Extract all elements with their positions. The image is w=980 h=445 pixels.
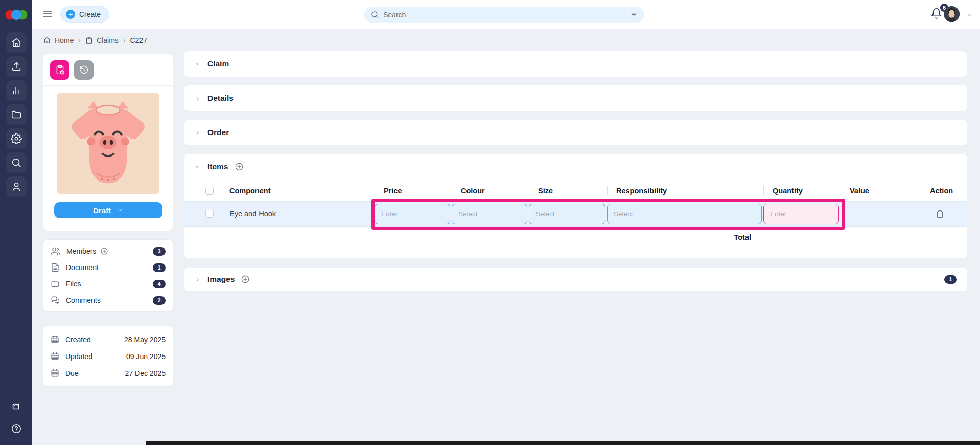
column-header-responsibility: Responsibility	[607, 180, 763, 201]
images-section: Images 1	[184, 268, 967, 291]
add-member-icon[interactable]	[100, 247, 108, 255]
breadcrumb-current: C227	[130, 36, 147, 44]
items-section: Items Component Price Colour Size Respon…	[184, 154, 967, 258]
clipboard-icon	[85, 37, 93, 44]
calendar-icon	[51, 352, 59, 361]
menu-icon[interactable]	[42, 9, 53, 19]
files-label: Files	[66, 280, 81, 288]
items-section-header[interactable]: Items	[184, 154, 967, 180]
details-section-header[interactable]: Details	[184, 85, 967, 111]
search-icon	[370, 10, 379, 19]
chevron-right-icon[interactable]	[194, 129, 201, 136]
add-item-icon[interactable]	[235, 162, 244, 171]
sidebar-item-upload[interactable]	[6, 56, 27, 77]
claim-section: Claim	[184, 51, 967, 77]
images-count-badge: 1	[944, 275, 957, 284]
create-button[interactable]: + Create	[60, 6, 109, 23]
sidebar-item-home[interactable]	[6, 32, 27, 53]
sidebar-item-help[interactable]	[6, 418, 27, 439]
breadcrumb-claims[interactable]: Claims	[85, 36, 119, 44]
order-section-header[interactable]: Order	[184, 120, 967, 145]
responsibility-select[interactable]	[607, 204, 762, 224]
chevron-right-icon[interactable]	[194, 95, 201, 102]
price-input[interactable]	[375, 204, 450, 224]
column-header-size: Size	[529, 180, 607, 201]
colour-select[interactable]	[452, 204, 527, 224]
select-all-checkbox[interactable]	[205, 187, 214, 195]
chevron-right-icon[interactable]	[194, 276, 201, 283]
trash-icon[interactable]	[936, 210, 944, 218]
top-bar: + Create 6	[32, 0, 980, 29]
document-link[interactable]: Document 1	[51, 259, 166, 276]
document-icon	[51, 263, 60, 272]
members-icon	[51, 247, 60, 256]
column-header-action: Action	[921, 180, 967, 201]
sidebar-item-settings[interactable]	[6, 128, 27, 149]
chevron-down-icon[interactable]	[967, 12, 974, 19]
sidebar-item-search[interactable]	[6, 152, 27, 173]
bottom-edge-strip	[146, 441, 980, 445]
column-header-value: Value	[841, 180, 921, 201]
sidebar-item-files[interactable]	[6, 104, 27, 125]
column-header-price: Price	[375, 180, 452, 201]
due-date-row: Due 27 Dec 2025	[51, 365, 166, 382]
size-select[interactable]	[529, 204, 605, 224]
comments-link[interactable]: Comments 2	[51, 292, 166, 308]
updated-value: 09 Jun 2025	[126, 352, 166, 361]
chevron-down-icon[interactable]	[194, 163, 201, 170]
main-area: Home › Claims › C227	[32, 29, 980, 445]
breadcrumb-separator: ›	[78, 36, 81, 44]
images-section-header[interactable]: Images 1	[184, 268, 967, 291]
column-header-colour: Colour	[452, 180, 529, 201]
column-header-component: Component	[222, 180, 375, 201]
status-dropdown[interactable]: Draft	[54, 202, 162, 218]
members-link[interactable]: Members 3	[51, 243, 166, 259]
quantity-input[interactable]	[763, 204, 839, 224]
details-section: Details	[184, 85, 967, 111]
left-nav-rail	[0, 0, 32, 445]
calendar-icon	[51, 335, 59, 344]
claim-section-title: Claim	[207, 59, 229, 69]
items-section-title: Items	[207, 162, 228, 171]
files-count-badge: 4	[153, 280, 166, 288]
row-checkbox[interactable]	[205, 210, 214, 218]
create-button-label: Create	[79, 10, 101, 18]
items-table-header: Component Price Colour Size Responsibili…	[184, 180, 967, 201]
updated-label: Updated	[65, 352, 92, 361]
clipboard-remove-icon	[55, 64, 65, 75]
table-row: Eye and Hook	[184, 201, 967, 227]
details-section-title: Details	[207, 94, 234, 103]
claim-section-header[interactable]: Claim	[184, 51, 967, 77]
claim-links-card: Members 3 Document 1 Files 4 Comments 2	[43, 239, 173, 312]
breadcrumb: Home › Claims › C227	[43, 34, 147, 47]
created-value: 28 May 2025	[124, 336, 166, 344]
delete-claim-button[interactable]	[50, 60, 69, 80]
sidebar-item-profile[interactable]	[6, 176, 27, 197]
order-section: Order	[184, 120, 967, 145]
search-bar[interactable]	[364, 7, 644, 23]
search-input[interactable]	[383, 11, 625, 19]
images-section-title: Images	[207, 275, 235, 284]
files-link[interactable]: Files 4	[51, 276, 166, 292]
breadcrumb-separator: ›	[123, 36, 126, 44]
breadcrumb-claims-label: Claims	[97, 36, 119, 44]
history-icon	[79, 64, 89, 75]
app-logo-icon	[5, 8, 28, 22]
sidebar-item-reports[interactable]	[6, 80, 27, 101]
add-image-icon[interactable]	[241, 275, 250, 284]
members-count-badge: 3	[153, 247, 166, 256]
history-button[interactable]	[74, 60, 94, 80]
status-label: Draft	[93, 206, 111, 215]
sidebar-item-factory[interactable]	[6, 396, 27, 416]
chevron-down-icon[interactable]	[194, 60, 201, 68]
document-label: Document	[66, 263, 99, 272]
breadcrumb-home-label: Home	[55, 36, 74, 44]
filter-icon[interactable]	[629, 10, 638, 19]
due-value: 27 Dec 2025	[125, 369, 166, 377]
updated-date-row: Updated 09 Jun 2025	[51, 348, 166, 365]
created-label: Created	[65, 336, 91, 344]
breadcrumb-home[interactable]: Home	[43, 36, 74, 44]
total-label: Total	[184, 233, 763, 241]
order-section-title: Order	[207, 128, 229, 137]
avatar[interactable]	[944, 6, 960, 22]
